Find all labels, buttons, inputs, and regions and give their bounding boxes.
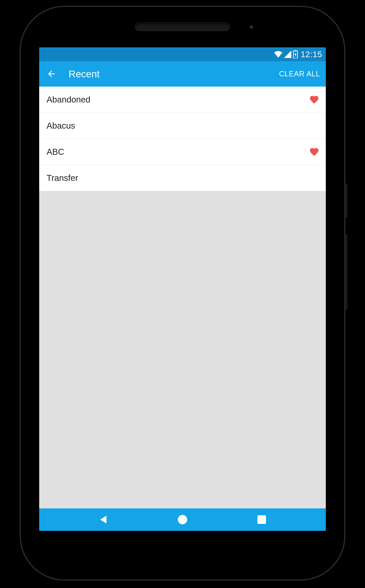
back-button[interactable] (44, 67, 59, 81)
heart-icon (309, 95, 319, 105)
list-item-label: ABC (47, 147, 309, 157)
nav-home-icon (178, 515, 187, 524)
clear-all-button[interactable]: CLEAR ALL (278, 68, 321, 80)
nav-back-icon (99, 515, 107, 524)
list-item-label: Transfer (47, 173, 320, 183)
navigation-bar (39, 508, 326, 531)
favorite-button[interactable] (309, 94, 320, 105)
favorite-button[interactable] (309, 146, 320, 157)
list-item[interactable]: Transfer (39, 165, 326, 191)
list-item-label: Abandoned (47, 95, 309, 105)
heart-icon (309, 147, 319, 157)
nav-back-button[interactable] (91, 511, 116, 528)
phone-frame: 12:15 Recent CLEAR ALL AbandonedAbacusAB… (20, 6, 345, 581)
nav-recent-icon (257, 515, 266, 524)
list-item[interactable]: Abacus (39, 113, 326, 139)
page-title: Recent (69, 68, 278, 80)
wifi-icon (274, 51, 282, 58)
phone-camera (250, 25, 253, 29)
status-bar: 12:15 (39, 47, 326, 61)
list-item[interactable]: Abandoned (39, 87, 326, 113)
phone-side-button (345, 234, 347, 310)
nav-home-button[interactable] (170, 511, 195, 528)
phone-speaker (136, 23, 229, 31)
arrow-left-icon (47, 69, 56, 79)
phone-side-button (345, 183, 347, 218)
status-clock: 12:15 (301, 50, 322, 59)
list-item-label: Abacus (47, 121, 320, 131)
svg-rect-1 (294, 50, 296, 51)
cell-signal-icon (284, 51, 291, 58)
list-item[interactable]: ABC (39, 139, 326, 165)
screen: 12:15 Recent CLEAR ALL AbandonedAbacusAB… (39, 47, 326, 531)
recent-list: AbandonedAbacusABCTransfer (39, 87, 326, 191)
app-bar: Recent CLEAR ALL (39, 61, 326, 87)
battery-charging-icon (293, 50, 298, 58)
nav-recent-button[interactable] (249, 511, 274, 528)
